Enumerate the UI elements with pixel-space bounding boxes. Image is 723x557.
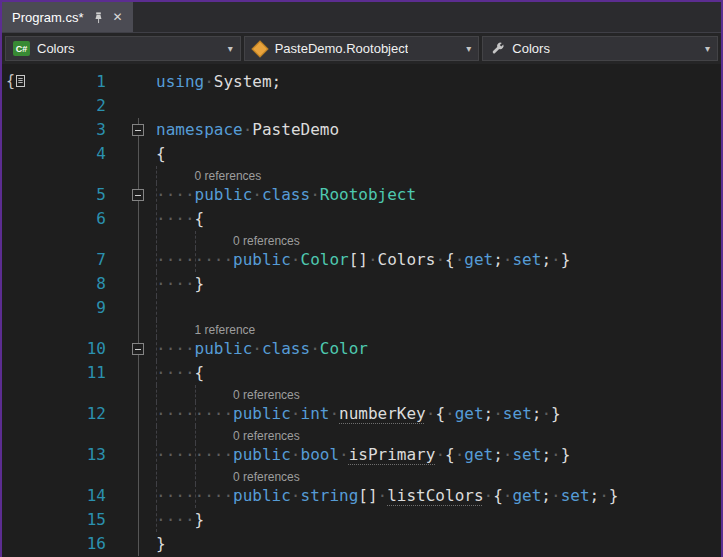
- outline-margin: [130, 361, 148, 385]
- code-token: public: [195, 185, 253, 204]
- breakpoint-margin[interactable]: [2, 142, 28, 166]
- outline-margin: [130, 142, 148, 166]
- outline-line: [138, 426, 139, 443]
- breakpoint-margin[interactable]: [2, 385, 28, 402]
- code-line: 5····public·class·Rootobject: [2, 183, 721, 207]
- whitespace-dots: ·: [599, 486, 609, 505]
- selection-margin: [106, 70, 130, 94]
- project-dropdown-label: Colors: [37, 41, 75, 56]
- breakpoint-margin[interactable]: [2, 484, 28, 508]
- breakpoint-margin[interactable]: [2, 166, 28, 183]
- indent-guide: [195, 484, 196, 508]
- outline-margin: [130, 467, 148, 484]
- line-number: 12: [28, 402, 106, 426]
- pin-icon[interactable]: [92, 11, 105, 24]
- code-token: get: [464, 250, 493, 269]
- outline-line: [138, 467, 139, 484]
- class-icon: [251, 40, 268, 57]
- outline-line: [138, 166, 139, 183]
- breakpoint-margin[interactable]: [2, 320, 28, 337]
- outline-margin: [130, 337, 148, 361]
- selection-margin: [106, 166, 130, 183]
- line-number: [28, 320, 106, 337]
- line-number: 13: [28, 443, 106, 467]
- tab-program-cs[interactable]: Program.cs* ✕: [2, 2, 133, 32]
- type-dropdown[interactable]: PasteDemo.Rootobject ▾: [244, 36, 480, 61]
- code-lines: 1using·System;23namespace·PasteDemo4{0 r…: [2, 70, 721, 556]
- code-line: 11····{: [2, 361, 721, 385]
- breakpoint-margin[interactable]: [2, 231, 28, 248]
- fold-toggle-icon[interactable]: [132, 124, 144, 136]
- code-token: set: [512, 250, 541, 269]
- codelens-text: 1 reference: [148, 320, 721, 337]
- outline-margin: [130, 207, 148, 231]
- outline-margin: [130, 70, 148, 94]
- breakpoint-margin[interactable]: [2, 248, 28, 272]
- code-line: 12········public·int·numberKey·{·get;·se…: [2, 402, 721, 426]
- breakpoint-margin[interactable]: [2, 402, 28, 426]
- breakpoint-margin[interactable]: [2, 508, 28, 532]
- code-token: ;: [541, 250, 551, 269]
- indent-guide: [156, 385, 157, 402]
- indent-guide: [156, 361, 157, 385]
- breakpoint-margin[interactable]: [2, 183, 28, 207]
- indent-guide: [156, 402, 157, 426]
- whitespace-dots: ·: [445, 404, 455, 423]
- file-structure-icon[interactable]: {: [6, 72, 28, 93]
- breakpoint-margin[interactable]: [2, 443, 28, 467]
- line-number: 6: [28, 207, 106, 231]
- breakpoint-margin[interactable]: [2, 272, 28, 296]
- breakpoint-margin[interactable]: [2, 296, 28, 320]
- fold-toggle-icon[interactable]: [132, 189, 144, 201]
- indent-guide: [195, 402, 196, 426]
- code-token: bool: [301, 445, 340, 464]
- selection-margin: [106, 361, 130, 385]
- codelens-text: 0 references: [148, 231, 721, 248]
- whitespace-dots: ·: [252, 185, 262, 204]
- indent-guide: [156, 508, 157, 532]
- code-token: class: [262, 185, 310, 204]
- breakpoint-margin[interactable]: [2, 426, 28, 443]
- breakpoint-margin[interactable]: [2, 361, 28, 385]
- member-dropdown[interactable]: Colors ▾: [482, 36, 718, 61]
- breakpoint-margin[interactable]: [2, 94, 28, 118]
- project-dropdown[interactable]: C# Colors ▾: [5, 36, 241, 61]
- code-text: ········public·Color[]·Colors·{·get;·set…: [148, 248, 721, 272]
- line-number: 9: [28, 296, 106, 320]
- code-token: {: [445, 250, 455, 269]
- tab-title: Program.cs*: [12, 10, 84, 25]
- document-tab-bar: Program.cs* ✕: [2, 2, 721, 33]
- type-dropdown-label: PasteDemo.Rootobject: [275, 41, 409, 56]
- codelens-row: 0 references: [2, 166, 721, 183]
- selection-margin: [106, 467, 130, 484]
- line-number: [28, 467, 106, 484]
- whitespace-dots: ·: [551, 250, 561, 269]
- code-line: 7········public·Color[]·Colors·{·get;·se…: [2, 248, 721, 272]
- close-icon[interactable]: ✕: [113, 11, 123, 23]
- whitespace-dots: ····: [156, 510, 195, 529]
- selection-margin: [106, 118, 130, 142]
- codelens-text: 0 references: [148, 166, 721, 183]
- code-token: {: [195, 363, 205, 382]
- breakpoint-margin[interactable]: [2, 118, 28, 142]
- line-number: [28, 385, 106, 402]
- whitespace-dots: ·: [204, 72, 214, 91]
- fold-toggle-icon[interactable]: [132, 343, 144, 355]
- breakpoint-margin[interactable]: [2, 532, 28, 556]
- breakpoint-margin[interactable]: [2, 467, 28, 484]
- breakpoint-margin[interactable]: [2, 207, 28, 231]
- outline-margin: [130, 443, 148, 467]
- code-line: 15····}: [2, 508, 721, 532]
- code-editor[interactable]: { 1using·System;23namespace·PasteDemo4{0…: [2, 64, 721, 557]
- indent-guide: [195, 385, 196, 402]
- code-token: {: [445, 445, 455, 464]
- code-token: }: [609, 486, 619, 505]
- outline-margin: [130, 94, 148, 118]
- csharp-project-icon: C#: [13, 41, 30, 56]
- code-token: []: [358, 486, 377, 505]
- whitespace-dots: ·: [435, 445, 445, 464]
- line-number: 3: [28, 118, 106, 142]
- code-token: {: [493, 486, 503, 505]
- code-token: using: [156, 72, 204, 91]
- breakpoint-margin[interactable]: [2, 337, 28, 361]
